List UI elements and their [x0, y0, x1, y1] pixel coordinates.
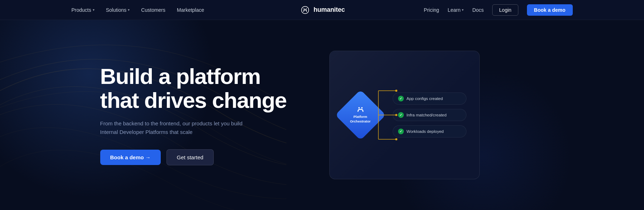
status-pill-infra: Infra matched/created	[393, 109, 466, 121]
login-button[interactable]: Login	[492, 4, 518, 16]
status-pill-app-configs: App configs created	[393, 92, 466, 105]
navbar: Products ▾ Solutions ▾ Customers Marketp…	[0, 0, 644, 20]
status-dot-2	[398, 112, 404, 118]
nav-marketplace[interactable]: Marketplace	[177, 7, 204, 13]
chevron-down-icon: ▾	[462, 8, 464, 12]
svg-point-3	[361, 107, 363, 109]
nav-products[interactable]: Products ▾	[72, 7, 95, 13]
hero-buttons: Book a demo → Get started	[100, 149, 301, 165]
nav-learn[interactable]: Learn ▾	[448, 7, 464, 13]
nav-customers[interactable]: Customers	[141, 7, 165, 13]
nav-pricing[interactable]: Pricing	[424, 7, 439, 13]
svg-point-1	[305, 8, 306, 9]
book-demo-hero-button[interactable]: Book a demo →	[100, 150, 161, 165]
nav-docs[interactable]: Docs	[472, 7, 484, 13]
hero-subtitle: From the backend to the frontend, our pr…	[100, 119, 258, 136]
svg-point-2	[358, 107, 360, 109]
status-pill-workloads: Workloads deployed	[393, 125, 466, 138]
nav-right: Pricing Learn ▾ Docs Login Book a demo	[424, 4, 573, 16]
logo-icon	[299, 4, 311, 16]
platform-orchestrator-node: PlatformOrchestrator	[343, 97, 378, 133]
svg-point-10	[395, 138, 397, 140]
svg-point-9	[395, 114, 397, 116]
diagram-inner: PlatformOrchestrator	[343, 92, 466, 138]
svg-point-8	[395, 90, 397, 92]
chevron-down-icon: ▾	[128, 8, 130, 12]
diagram-card: PlatformOrchestrator	[329, 51, 480, 179]
humanitec-logo-icon	[357, 106, 364, 113]
orchestrator-label: PlatformOrchestrator	[350, 115, 371, 124]
logo-text: humanitec	[314, 6, 345, 14]
nav-solutions[interactable]: Solutions ▾	[106, 7, 130, 13]
hero-section: Build a platform that drives change From…	[0, 20, 644, 210]
hero-text-block: Build a platform that drives change From…	[100, 65, 301, 166]
diagram-connections: App configs created Infra matched/create…	[393, 92, 466, 138]
nav-left: Products ▾ Solutions ▾ Customers Marketp…	[72, 7, 204, 13]
hero-title: Build a platform that drives change	[100, 65, 301, 112]
chevron-down-icon: ▾	[93, 8, 95, 12]
hero-content: Build a platform that drives change From…	[72, 51, 573, 179]
diamond-content: PlatformOrchestrator	[343, 97, 378, 133]
book-demo-nav-button[interactable]: Book a demo	[527, 4, 573, 16]
hero-diagram: PlatformOrchestrator	[329, 51, 480, 179]
status-dot-1	[398, 96, 404, 101]
svg-point-0	[303, 8, 304, 9]
status-dot-3	[398, 129, 404, 134]
logo[interactable]: humanitec	[299, 4, 345, 16]
get-started-button[interactable]: Get started	[166, 149, 214, 165]
